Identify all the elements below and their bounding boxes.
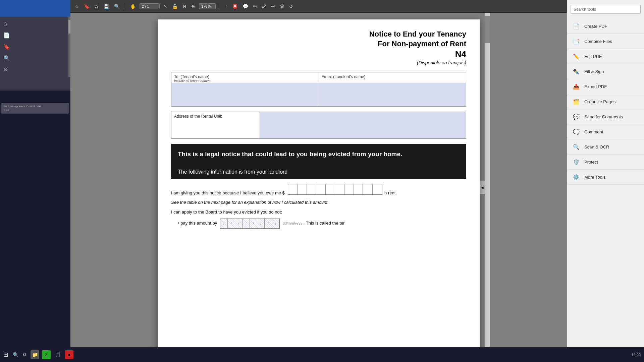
- address-label: Address of the Rental Unit:: [174, 114, 257, 119]
- landlord-name-field[interactable]: [319, 83, 466, 106]
- tool-export-pdf[interactable]: 📤 Export PDF: [567, 79, 644, 94]
- scrollbar[interactable]: [485, 13, 490, 362]
- nav-settings-icon[interactable]: ⚙: [3, 66, 67, 73]
- toolbar-lock-icon[interactable]: 🔒: [171, 3, 179, 10]
- date-placeholder: dd/mm/yyyy: [283, 221, 303, 225]
- toolbar-pen-icon[interactable]: ✏: [252, 3, 258, 10]
- french-text: (Disponible en français): [171, 60, 466, 65]
- combine-files-icon: 📑: [572, 37, 580, 45]
- export-pdf-label: Export PDF: [584, 84, 607, 89]
- body-text-3: I can apply to the Board to have you evi…: [171, 209, 466, 216]
- tool-more-tools[interactable]: ⚙️ More Tools: [567, 170, 644, 185]
- scan-ocr-icon: 🔍: [572, 143, 580, 151]
- body-text-2: See the table on the next page for an ex…: [171, 199, 466, 206]
- export-pdf-icon: 📤: [572, 82, 580, 90]
- toolbar-comment-icon[interactable]: 💬: [241, 3, 249, 10]
- bullet-item-1: • pay this amount by / / / / / / / / dd/…: [178, 219, 466, 229]
- protect-icon: 🛡️: [572, 158, 580, 166]
- toolbar-zoom-out-icon[interactable]: ⊖: [181, 3, 187, 10]
- organize-pages-icon: 🗂️: [572, 98, 580, 106]
- nav-page-icon[interactable]: 📄: [3, 32, 67, 39]
- toolbar-print-icon[interactable]: 🖨: [93, 3, 100, 10]
- toolbar-star-icon[interactable]: ☆: [74, 3, 80, 10]
- send-comments-label: Send for Comments: [584, 114, 623, 119]
- taskbar-task-view-icon[interactable]: ⧉: [23, 352, 26, 357]
- to-label: To: (Tenant's name): [174, 74, 316, 79]
- pdf-title-line1: Notice to End your Tenancy: [171, 29, 466, 39]
- from-label: From: (Landlord's name): [322, 74, 464, 79]
- nav-home-icon[interactable]: ⌂: [3, 20, 67, 27]
- pdf-header: Notice to End your Tenancy For Non-payme…: [171, 29, 466, 65]
- landlord-info-text: The following information is from your l…: [178, 169, 287, 175]
- edit-pdf-icon: ✏️: [572, 52, 580, 60]
- tool-comment[interactable]: 🗨️ Comment: [567, 124, 644, 139]
- toolbar-zoom-in-icon[interactable]: ⊕: [190, 3, 196, 10]
- landlord-banner: The following information is from your l…: [171, 165, 466, 179]
- tool-send-comments[interactable]: 💬 Send for Comments: [567, 109, 644, 124]
- toolbar-cursor-icon[interactable]: ↑: [224, 3, 228, 10]
- toolbar-separator-1: [125, 3, 125, 10]
- comment-icon: 🗨️: [572, 128, 580, 136]
- scrollbar-thumb[interactable]: [485, 16, 490, 43]
- toolbar-bookmark-icon[interactable]: 🔖: [83, 3, 91, 10]
- tool-combine-files[interactable]: 📑 Combine Files: [567, 34, 644, 49]
- windows-start-button[interactable]: ⊞: [3, 351, 8, 358]
- create-pdf-label: Create PDF: [584, 24, 607, 29]
- taskbar-app-z[interactable]: Z: [42, 350, 51, 359]
- file-item[interactable]: N4T, Shreja Frote ID 2921.JPG 9 kJ: [1, 103, 69, 114]
- organize-pages-label: Organize Pages: [584, 99, 615, 104]
- pdf-viewer: ◀ Notice to End your Tenancy For Non-pay…: [70, 13, 567, 362]
- to-from-table: To: (Tenant's name) Include all tenant n…: [171, 72, 466, 107]
- tenant-name-field[interactable]: [171, 83, 319, 106]
- form-number: N4: [171, 49, 466, 60]
- legal-notice-text: This is a legal notice that could lead t…: [178, 150, 402, 158]
- right-sidebar: 📄 Create PDF 📑 Combine Files ✏️ Edit PDF…: [567, 0, 644, 362]
- date-input-boxes[interactable]: / / / / / / / /: [220, 219, 280, 229]
- toolbar-undo-icon[interactable]: ↺: [288, 3, 294, 10]
- toolbar-save-icon[interactable]: 💾: [103, 3, 110, 10]
- toolbar-select-icon[interactable]: ↖: [162, 3, 168, 10]
- address-field[interactable]: [260, 112, 466, 138]
- taskbar-time: 12:00: [631, 353, 641, 357]
- toolbar-trash-icon[interactable]: 🗑: [279, 3, 285, 10]
- more-tools-icon: ⚙️: [572, 173, 580, 181]
- pdf-title-line2: For Non-payment of Rent: [171, 39, 466, 49]
- main-area: ☆ 🔖 🖨 💾 🔍 ✋ ↖ 🔒 ⊖ ⊕ ↑ 📮 💬 ✏ 🖊 ↩ 🗑 ↺ ◀: [70, 0, 567, 362]
- search-tools-input[interactable]: [571, 5, 641, 14]
- nav-search-icon[interactable]: 🔍: [3, 55, 67, 61]
- left-panel-dark: ⌂ 📄 🔖 🔍 ⚙ N4T, Shreja Frote ID 2921.JPG …: [0, 17, 70, 90]
- in-rent-text: in rent.: [383, 190, 397, 195]
- toolbar-back-icon[interactable]: ↩: [270, 3, 276, 10]
- toolbar-search-icon[interactable]: 🔍: [113, 3, 121, 10]
- tool-protect[interactable]: 🛡️ Protect: [567, 155, 644, 170]
- tool-edit-pdf[interactable]: ✏️ Edit PDF: [567, 49, 644, 64]
- protect-label: Protect: [584, 160, 598, 165]
- page-number-input[interactable]: [140, 3, 160, 9]
- fill-sign-icon: ✒️: [572, 67, 580, 75]
- address-table: Address of the Rental Unit:: [171, 112, 466, 139]
- to-sublabel: Include all tenant names: [174, 79, 316, 83]
- taskbar-search-icon[interactable]: 🔍: [13, 352, 18, 357]
- collapse-sidebar-button[interactable]: ◀: [480, 181, 485, 194]
- toolbar-stamp-icon[interactable]: 📮: [231, 3, 239, 10]
- toolbar-highlight-icon[interactable]: 🖊: [261, 3, 267, 10]
- taskbar-app-music[interactable]: 🎵: [53, 350, 62, 359]
- send-comments-icon: 💬: [572, 113, 580, 121]
- body-text-1: I am giving you this notice because I be…: [171, 184, 466, 197]
- combine-files-label: Combine Files: [584, 39, 612, 44]
- zoom-input[interactable]: [199, 3, 216, 9]
- amount-input-boxes[interactable]: [288, 184, 382, 195]
- nav-bookmark-icon[interactable]: 🔖: [3, 44, 67, 50]
- tool-organize-pages[interactable]: 🗂️ Organize Pages: [567, 94, 644, 109]
- comment-label: Comment: [584, 129, 603, 134]
- tool-create-pdf[interactable]: 📄 Create PDF: [567, 19, 644, 34]
- more-tools-label: More Tools: [584, 175, 605, 180]
- create-pdf-icon: 📄: [572, 22, 580, 30]
- taskbar-app-red[interactable]: ●: [65, 350, 73, 359]
- legal-banner: This is a legal notice that could lead t…: [171, 144, 466, 165]
- tool-fill-sign[interactable]: ✒️ Fill & Sign: [567, 64, 644, 79]
- toolbar-hand-icon[interactable]: ✋: [129, 3, 137, 10]
- tool-scan-ocr[interactable]: 🔍 Scan & OCR: [567, 139, 644, 155]
- taskbar-file-explorer[interactable]: 📁: [31, 350, 39, 359]
- scan-ocr-label: Scan & OCR: [584, 144, 609, 149]
